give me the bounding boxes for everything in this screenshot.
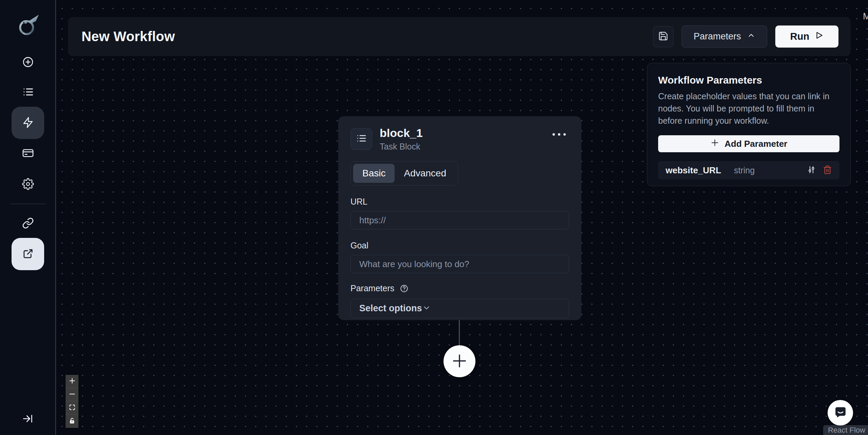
clipped-text-artifact: M <box>863 11 868 22</box>
run-label: Run <box>790 31 809 42</box>
skyvern-dragon-logo <box>15 12 41 38</box>
edit-parameter-button[interactable] <box>807 165 816 175</box>
fit-view-icon <box>69 404 76 412</box>
node-title: block_1 <box>380 126 423 140</box>
parameter-row[interactable]: website_URL string <box>658 161 839 179</box>
sidebar-item-create[interactable] <box>12 46 44 79</box>
run-button[interactable]: Run <box>775 25 838 48</box>
sidebar <box>0 0 56 435</box>
task-block-node[interactable]: block_1 Task Block Basic Advanced URL Go… <box>338 116 581 320</box>
help-circle-icon[interactable] <box>400 284 409 293</box>
sidebar-expand-button[interactable] <box>19 410 37 428</box>
plus-circle-icon <box>22 56 34 69</box>
url-input[interactable] <box>350 211 569 229</box>
delete-parameter-button[interactable] <box>823 165 832 175</box>
tab-advanced[interactable]: Advanced <box>395 164 455 183</box>
zoom-in-button[interactable] <box>66 375 78 388</box>
goal-label: Goal <box>350 241 569 250</box>
attribution-label: React Flow <box>828 426 865 435</box>
chevron-down-icon <box>422 303 431 314</box>
lightning-icon <box>22 117 34 129</box>
sidebar-item-runs[interactable] <box>12 76 44 108</box>
node-header: block_1 Task Block <box>350 126 569 152</box>
fit-view-button[interactable] <box>66 401 78 415</box>
panel-title: Workflow Parameters <box>658 74 839 86</box>
support-chat-button[interactable] <box>828 400 853 425</box>
plus-icon <box>710 138 719 150</box>
workflow-topbar: New Workflow Parameters Run <box>68 17 851 56</box>
plus-icon <box>451 352 468 371</box>
add-block-button[interactable] <box>444 345 475 377</box>
sidebar-divider <box>10 204 45 204</box>
panel-description: Create placeholder values that you can l… <box>658 90 839 127</box>
plus-icon <box>69 377 76 385</box>
save-button[interactable] <box>653 26 673 47</box>
link-icon <box>22 217 34 230</box>
tab-basic[interactable]: Basic <box>353 164 395 183</box>
task-block-icon-tile <box>350 128 372 150</box>
goal-input[interactable] <box>350 255 569 273</box>
workflow-canvas[interactable]: New Workflow Parameters Run <box>56 0 868 435</box>
url-label: URL <box>350 197 569 207</box>
topbar-actions: Parameters Run <box>653 25 838 48</box>
list-icon <box>356 133 367 145</box>
node-subtitle: Task Block <box>380 142 423 152</box>
parameters-label: Parameters <box>350 283 394 293</box>
parameters-select-value: Select options <box>359 303 422 314</box>
sidebar-item-settings[interactable] <box>12 168 44 201</box>
sliders-icon <box>807 165 816 175</box>
parameter-name: website_URL <box>666 165 721 176</box>
workflow-editor-screen: New Workflow Parameters Run <box>0 0 868 435</box>
trash-icon <box>823 165 832 175</box>
sidebar-item-integrations[interactable] <box>12 207 44 240</box>
play-icon <box>815 31 824 42</box>
lock-toggle-button[interactable] <box>66 415 78 428</box>
parameters-label-row: Parameters <box>350 283 569 293</box>
sidebar-item-workflows[interactable] <box>12 107 44 139</box>
parameters-toggle-label: Parameters <box>693 31 741 42</box>
credit-card-icon <box>22 147 34 160</box>
canvas-controls <box>66 375 78 428</box>
node-options-button[interactable] <box>550 130 568 138</box>
unlock-icon <box>69 417 76 425</box>
arrow-right-to-line-icon <box>22 420 34 425</box>
node-title-group: block_1 Task Block <box>380 126 423 152</box>
parameter-actions <box>807 165 832 175</box>
save-icon <box>658 31 668 42</box>
external-link-icon <box>22 248 34 261</box>
add-parameter-label: Add Parameter <box>725 139 788 149</box>
chat-bubble-icon <box>833 405 848 420</box>
parameters-select[interactable]: Select options <box>350 299 569 318</box>
minus-icon <box>69 390 76 399</box>
list-icon <box>22 86 34 99</box>
zoom-out-button[interactable] <box>66 388 78 401</box>
node-mode-tabs: Basic Advanced <box>350 161 458 186</box>
dots-menu-icon <box>553 133 555 136</box>
parameters-toggle-button[interactable]: Parameters <box>682 25 767 48</box>
react-flow-attribution[interactable]: React Flow <box>823 425 868 435</box>
parameter-type: string <box>734 166 755 175</box>
workflow-parameters-panel: Workflow Parameters Create placeholder v… <box>647 63 851 186</box>
page-title: New Workflow <box>82 29 175 44</box>
add-parameter-button[interactable]: Add Parameter <box>658 135 839 152</box>
sidebar-item-external[interactable] <box>12 238 44 270</box>
sidebar-item-credentials[interactable] <box>12 137 44 170</box>
gear-icon <box>22 178 34 191</box>
workflow-edge <box>459 320 460 347</box>
chevron-up-icon <box>747 31 755 42</box>
